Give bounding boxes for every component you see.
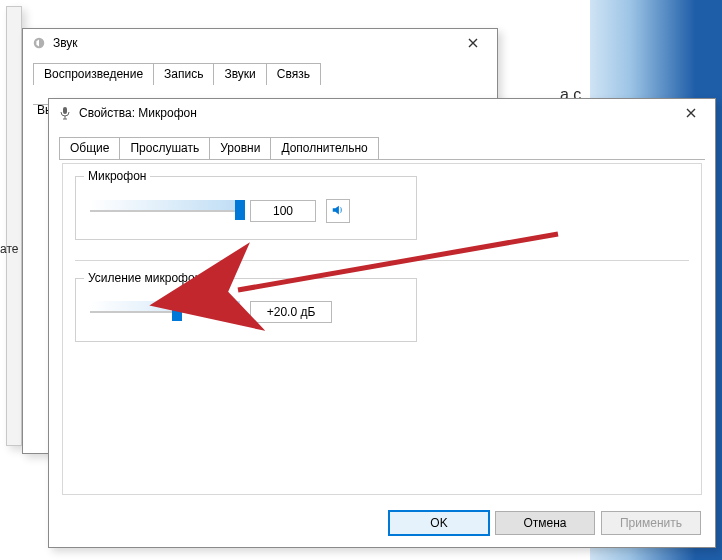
tab-communications[interactable]: Связь	[266, 63, 321, 85]
dialog-buttons: OK Отмена Применить	[389, 511, 701, 535]
tab-general[interactable]: Общие	[59, 137, 120, 159]
apply-button[interactable]: Применить	[601, 511, 701, 535]
levels-panel: Микрофон 100 Усиление микрофона	[62, 163, 702, 495]
mic-boost-value[interactable]: +20.0 дБ	[250, 301, 332, 323]
mic-level-label: Микрофон	[84, 169, 150, 183]
mic-properties-window: Свойства: Микрофон Общие Прослушать Уров…	[48, 98, 716, 548]
mic-boost-slider[interactable]	[90, 301, 240, 323]
close-icon[interactable]	[675, 102, 707, 124]
tab-levels[interactable]: Уровни	[209, 137, 271, 159]
mic-level-value[interactable]: 100	[250, 200, 316, 222]
mic-title: Свойства: Микрофон	[79, 106, 197, 120]
ok-button[interactable]: OK	[389, 511, 489, 535]
mic-boost-group: Усиление микрофона +20.0 дБ	[75, 278, 417, 342]
sound-tabs: Воспроизведение Запись Звуки Связь	[33, 63, 497, 85]
mic-tabs: Общие Прослушать Уровни Дополнительно	[59, 137, 715, 159]
microphone-icon	[57, 105, 73, 121]
tab-playback[interactable]: Воспроизведение	[33, 63, 154, 85]
cancel-button[interactable]: Отмена	[495, 511, 595, 535]
sound-title: Звук	[53, 36, 78, 50]
mic-level-group: Микрофон 100	[75, 176, 417, 240]
tab-advanced[interactable]: Дополнительно	[270, 137, 378, 159]
speaker-icon	[331, 203, 345, 220]
sound-icon	[31, 35, 47, 51]
separator	[75, 260, 689, 261]
sound-titlebar[interactable]: Звук	[23, 29, 497, 57]
mic-boost-label: Усиление микрофона	[84, 271, 212, 285]
mic-titlebar[interactable]: Свойства: Микрофон	[49, 99, 715, 127]
mute-button[interactable]	[326, 199, 350, 223]
close-icon[interactable]	[457, 32, 489, 54]
tab-recording[interactable]: Запись	[153, 63, 214, 85]
outer-label-fragment: ате	[0, 242, 18, 256]
tab-sounds[interactable]: Звуки	[213, 63, 266, 85]
outer-window-sliver	[6, 6, 22, 446]
tab-listen[interactable]: Прослушать	[119, 137, 210, 159]
mic-level-slider[interactable]	[90, 200, 240, 222]
svg-rect-1	[63, 107, 67, 114]
